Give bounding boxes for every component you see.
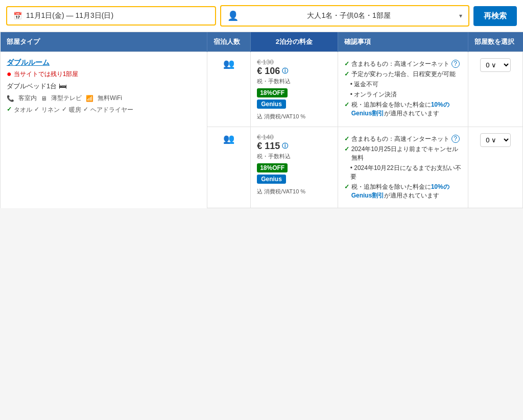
conditions-cell-1: ✓ 含まれるもの：高速インターネット ? ✓ 予定が変わった場合、日程変更が可能… <box>338 52 468 127</box>
search-button[interactable]: 再検索 <box>473 6 517 26</box>
room-select-2[interactable]: 0 ∨ 1 2 3 <box>480 133 511 147</box>
tax-note-1: 込 消費税/VAT10 % <box>257 113 331 120</box>
price-cell-1: € 130 € 106 ⓘ 税・手数料込 18%OFF Genius 込 消費税… <box>251 52 338 127</box>
divider2: ✓ <box>62 106 67 114</box>
date-input[interactable]: 📅 11月1日(金) — 11月3日(日) <box>6 6 216 26</box>
help-icon-1[interactable]: ? <box>451 60 460 68</box>
search-bar: 📅 11月1日(金) — 11月3日(日) 👤 大人1名・子供0名・1部屋 ▾ … <box>0 0 523 32</box>
price-tax-1: 税・手数料込 <box>257 78 331 85</box>
header-guests: 宿泊人数 <box>207 32 250 52</box>
guests-text: 大人1名・子供0名・1部屋 <box>307 11 390 20</box>
amenity-wifi-label: 無料WiFi <box>98 94 122 103</box>
price-main-1: € 106 ⓘ <box>257 66 331 77</box>
price-info-icon-2[interactable]: ⓘ <box>282 142 288 151</box>
conditions-cell-2: ✓ 含まれるもの：高速インターネット ? ✓ 2024年10月25日より前までキ… <box>338 127 468 208</box>
price-cell-2: € 140 € 115 ⓘ 税・手数料込 18%OFF Genius 込 消費税… <box>251 127 338 208</box>
price-info-icon-1[interactable]: ⓘ <box>282 67 288 76</box>
price-original-2: € 140 <box>257 133 331 141</box>
select-cell-2: 0 ∨ 1 2 3 <box>468 127 523 208</box>
check-icon: ✓ <box>344 60 349 67</box>
included-row: ✓ タオル ✓ リネン ✓ 暖房 ✓ ヘアドライヤー <box>7 106 201 114</box>
badge-off-1: 18%OFF <box>257 88 288 97</box>
check-icon: ✓ <box>344 135 349 142</box>
divider3: ✓ <box>83 106 88 114</box>
check-icon: ✓ <box>344 70 349 78</box>
price-tax-2: 税・手数料込 <box>257 153 331 160</box>
tax-note-2: 込 消費税/VAT10 % <box>257 188 331 195</box>
cond-item-1-4: ✓ 税・追加料金を除いた料金に10%のGenius割引が適用されています <box>344 101 462 118</box>
cond-item-1-1: ✓ 予定が変わった場合、日程変更が可能 <box>344 70 462 79</box>
price-original-1: € 130 <box>257 58 331 66</box>
guests-icon-2: 👥 <box>223 134 234 144</box>
price-main-2: € 115 ⓘ <box>257 141 331 152</box>
guests-cell-2: 👥 <box>207 127 250 208</box>
cond-bullet-1-2: • 返金不可 <box>350 80 462 89</box>
amenity-tv-label: 薄型テレビ <box>51 94 82 103</box>
check-icon: ✓ <box>344 145 349 153</box>
cond-bullet-1-3: • オンライン決済 <box>350 90 462 99</box>
badge-off-2: 18%OFF <box>257 163 288 172</box>
amenity-phone-label: 客室内 <box>18 94 37 103</box>
badge-genius-1: Genius <box>257 100 286 109</box>
select-cell-1: 0 ∨ 1 2 3 <box>468 52 523 127</box>
check-icon: ✓ <box>344 101 349 108</box>
room-name-link[interactable]: ダブルルーム <box>7 58 201 67</box>
person-icon: 👤 <box>227 10 239 21</box>
included-0: タオル <box>14 106 32 114</box>
cond-item-2-3: ✓ 税・追加料金を除いた料金に10%のGenius割引が適用されています <box>344 183 462 200</box>
header-room-type: 部屋タイプ <box>1 32 207 52</box>
room-select-1[interactable]: 0 ∨ 1 2 3 <box>480 58 511 72</box>
amenity-tv-icon: 🖥 <box>41 95 47 102</box>
included-2: 暖房 <box>69 106 81 114</box>
room-availability: ● 当サイトでは残り1部屋 <box>7 69 201 79</box>
amenities-row: 📞 客室内 🖥 薄型テレビ 📶 無料WiFi <box>7 94 201 103</box>
cond-bullet-2-2: • 2024年10月22日になるまでお支払い不要 <box>350 164 462 181</box>
guests-cell-1: 👥 <box>207 52 250 127</box>
bed-icon: 🛏 <box>59 82 67 91</box>
included-3: ヘアドライヤー <box>90 106 133 114</box>
bed-info: ダブルベッド1台 🛏 <box>7 82 201 91</box>
header-conditions: 確認事項 <box>338 32 468 52</box>
cond-item-2-0: ✓ 含まれるもの：高速インターネット ? <box>344 135 462 143</box>
date-range-text: 11月1日(金) — 11月3日(日) <box>26 11 113 20</box>
room-type-cell: ダブルルーム ● 当サイトでは残り1部屋 ダブルベッド1台 🛏 📞 客室内 🖥 … <box>1 52 207 208</box>
included-1: リネン <box>41 106 60 114</box>
guests-icon-1: 👥 <box>223 59 234 69</box>
badge-genius-2: Genius <box>257 175 286 184</box>
header-select: 部屋数を選択 <box>468 32 523 52</box>
help-icon-2[interactable]: ? <box>451 135 460 143</box>
guests-input[interactable]: 👤 大人1名・子供0名・1部屋 ▾ <box>220 5 469 27</box>
check-icon: ✓ <box>7 106 12 114</box>
divider: ✓ <box>34 106 39 114</box>
cond-item-1-0: ✓ 含まれるもの：高速インターネット ? <box>344 60 462 68</box>
check-icon: ✓ <box>344 183 349 190</box>
chevron-down-icon: ▾ <box>459 12 462 19</box>
amenity-phone-icon: 📞 <box>7 95 14 102</box>
room-table: 部屋タイプ 宿泊人数 2泊分の料金 確認事項 部屋数を選択 ダブルルーム ● 当… <box>0 32 523 208</box>
calendar-icon: 📅 <box>13 12 22 20</box>
availability-dot: ● <box>7 69 12 79</box>
header-price: 2泊分の料金 <box>251 32 338 52</box>
cond-item-2-1: ✓ 2024年10月25日より前までキャンセル無料 <box>344 145 462 162</box>
amenity-wifi-icon: 📶 <box>86 95 93 102</box>
